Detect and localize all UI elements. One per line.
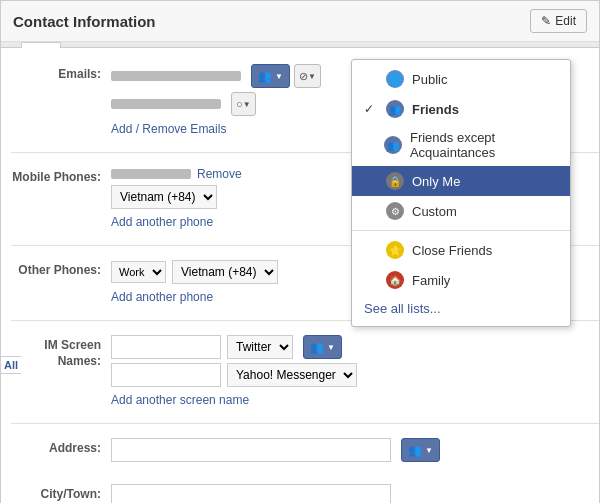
check-only-me [364,174,378,188]
edit-button[interactable]: ✎ Edit [530,9,587,33]
address-input[interactable] [111,438,391,462]
im-service-2[interactable]: Yahoo! Messenger [227,363,357,387]
check-family [364,273,378,287]
star-icon: ⭐ [386,241,404,259]
check-friends-except [364,138,376,152]
globe-icon: 🌐 [386,70,404,88]
divider-4 [11,423,599,424]
dropdown-item-friends-except[interactable]: 👥 Friends except Acquaintances [352,124,570,166]
im-row-1: Twitter 👥 ▼ [111,335,599,359]
address-row: Address: 👥 ▼ [11,432,599,468]
email-value-1 [111,71,241,81]
im-username-1[interactable] [111,335,221,359]
mobile-phones-label: Mobile Phones: [11,167,111,184]
im-screen-names-label: IM Screen Names: [11,335,111,369]
privacy-col-2: ○ ▼ [231,92,256,116]
dropdown-label-friends: Friends [412,102,459,117]
city-town-row: City/Town: [11,478,599,503]
edit-icon: ✎ [541,14,551,28]
im-username-2[interactable] [111,363,221,387]
friends-icon-im: 👥 [310,341,324,354]
im-row-2: Yahoo! Messenger [111,363,599,387]
address-label: Address: [11,438,111,455]
city-town-input[interactable] [111,484,391,503]
other-phones-label: Other Phones: [11,260,111,277]
city-town-label: City/Town: [11,484,111,501]
dropdown-label-custom: Custom [412,204,457,219]
privacy-dropdown: 🌐 Public ✓ 👥 Friends 👥 Friends except Ac… [351,59,571,327]
dropdown-label-family: Family [412,273,450,288]
check-friends: ✓ [364,102,378,116]
phone-type-select[interactable]: Work [111,261,166,283]
dropdown-separator [352,230,570,231]
emails-label: Emails: [11,64,111,81]
im-screen-names-fields: Twitter 👥 ▼ Yahoo! Messenger Add [111,335,599,407]
im-screen-names-row: IM Screen Names: Twitter 👥 ▼ [11,329,599,413]
dropdown-item-close-friends[interactable]: ⭐ Close Friends [352,235,570,265]
dropdown-item-family[interactable]: 🏠 Family [352,265,570,295]
mobile-country-select[interactable]: Vietnam (+84) [111,185,217,209]
check-custom [364,204,378,218]
dropdown-label-close-friends: Close Friends [412,243,492,258]
email-value-2 [111,99,221,109]
privacy-button-im[interactable]: 👥 ▼ [303,335,342,359]
friends-icon-address: 👥 [408,444,422,457]
lock-icon: 🔒 [386,172,404,190]
visibility-btn-1[interactable]: ⊘ ▼ [294,64,321,88]
privacy-col-im: 👥 ▼ [303,335,342,359]
remove-phone-link[interactable]: Remove [197,167,242,181]
friends-icon: 👥 [386,100,404,118]
home-icon: 🏠 [386,271,404,289]
dropdown-label-friends-except: Friends except Acquaintances [410,130,558,160]
gear-icon: ⚙ [386,202,404,220]
dropdown-item-custom[interactable]: ⚙ Custom [352,196,570,226]
dropdown-item-friends[interactable]: ✓ 👥 Friends [352,94,570,124]
privacy-col-address: 👥 ▼ [401,438,440,462]
chevron-icon: ▼ [275,72,283,81]
page-title: Contact Information [13,13,156,30]
privacy-col-emails: 👥 ▼ ⊘ ▼ [251,64,321,88]
dropdown-label-public: Public [412,72,447,87]
friends-except-icon: 👥 [384,136,402,154]
add-screen-name-link[interactable]: Add another screen name [111,393,599,407]
dropdown-item-public[interactable]: 🌐 Public [352,64,570,94]
privacy-button-emails[interactable]: 👥 ▼ [251,64,290,88]
city-town-fields [111,484,599,503]
visibility-btn-2[interactable]: ○ ▼ [231,92,256,116]
friends-icon-small: 👥 [258,70,272,83]
check-public [364,72,378,86]
all-label: All [1,356,21,374]
other-country-select[interactable]: Vietnam (+84) [172,260,278,284]
see-all-lists-link[interactable]: See all lists... [352,295,570,322]
contact-info-page: Contact Information ✎ Edit Emails: 👥 ▼ [0,0,600,503]
privacy-button-address[interactable]: 👥 ▼ [401,438,440,462]
address-field-row: 👥 ▼ [111,438,599,462]
im-service-1[interactable]: Twitter [227,335,293,359]
address-fields: 👥 ▼ [111,438,599,462]
dropdown-item-only-me[interactable]: 🔒 Only Me [352,166,570,196]
dropdown-label-only-me: Only Me [412,174,460,189]
mobile-phone-value [111,169,191,179]
page-header: Contact Information ✎ Edit [1,1,599,42]
check-close-friends [364,243,378,257]
